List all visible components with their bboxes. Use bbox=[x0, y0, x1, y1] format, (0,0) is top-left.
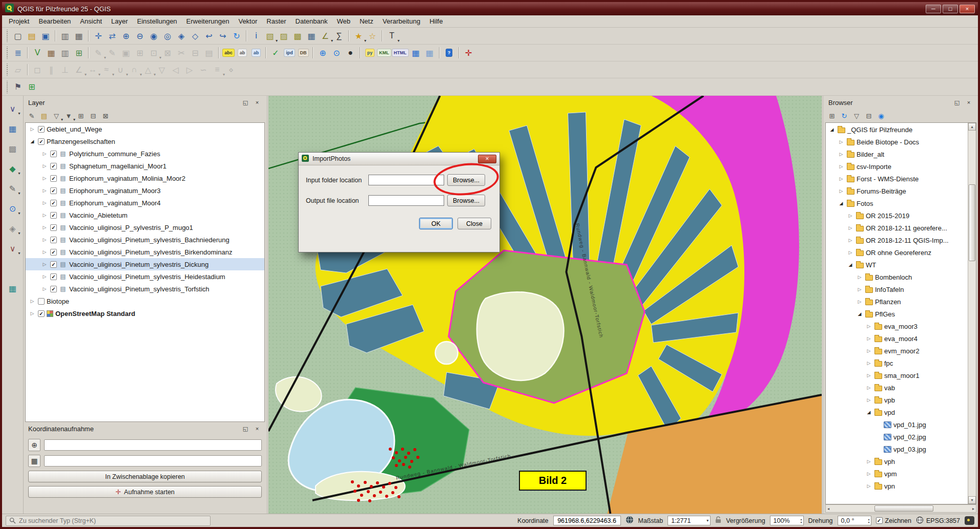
pattern-fill-tool[interactable]: ▩ bbox=[6, 142, 19, 155]
minimize-button[interactable]: ─ bbox=[926, 5, 941, 13]
expander-icon[interactable] bbox=[41, 237, 48, 242]
perpendicular-constraint[interactable]: ⊥ bbox=[58, 63, 72, 76]
layer-visibility-checkbox[interactable] bbox=[50, 151, 57, 157]
expander-icon[interactable] bbox=[41, 225, 48, 230]
spin-down-icon[interactable]: ▾ bbox=[868, 521, 870, 524]
distance-constraint[interactable]: ↔ bbox=[86, 63, 99, 76]
close-button[interactable]: × bbox=[960, 5, 975, 13]
text-annotation[interactable]: T bbox=[385, 29, 399, 43]
attribute-grid[interactable]: ▦ bbox=[409, 46, 423, 59]
georeferencer[interactable]: ⊞ bbox=[72, 46, 86, 59]
browser-tree-item[interactable]: OR 2018-12-11 georefere... bbox=[826, 222, 967, 234]
expander-icon[interactable] bbox=[865, 410, 872, 415]
expander-icon[interactable] bbox=[41, 151, 48, 156]
vector-digitize-tool[interactable]: ∨ bbox=[6, 102, 19, 115]
zoom-full[interactable]: ◎ bbox=[161, 29, 174, 43]
expander-icon[interactable] bbox=[29, 139, 36, 144]
statistics[interactable]: ∑ bbox=[332, 29, 346, 43]
move-label[interactable]: ab bbox=[249, 46, 263, 59]
new-print-layout[interactable]: ▥ bbox=[58, 29, 72, 43]
measure[interactable]: ∠ bbox=[319, 29, 332, 43]
zoom-in[interactable]: ⊕ bbox=[119, 29, 133, 43]
scroll-up-icon[interactable]: ▴ bbox=[968, 123, 976, 131]
current-edits[interactable]: ✎ bbox=[92, 46, 105, 59]
add-selected-layers[interactable]: ⊞ bbox=[826, 110, 838, 121]
expander-icon[interactable] bbox=[847, 250, 854, 255]
expander-icon[interactable] bbox=[41, 274, 48, 279]
refresh-browser[interactable]: ↻ bbox=[839, 110, 850, 121]
vertex-tool[interactable]: ⊡ bbox=[147, 46, 160, 59]
zoom-next[interactable]: ↪ bbox=[216, 29, 230, 43]
menu-item[interactable]: Layer bbox=[107, 16, 133, 27]
dialog-close-button[interactable]: × bbox=[478, 155, 496, 163]
expander-icon[interactable] bbox=[838, 164, 845, 169]
identify-features[interactable]: i bbox=[249, 29, 263, 43]
filter-by-expression[interactable]: ▼ bbox=[63, 110, 74, 121]
copy-features[interactable]: ⊟ bbox=[189, 46, 202, 59]
browser-tree-item[interactable]: vpm bbox=[826, 468, 967, 480]
layout-manager[interactable]: ▦ bbox=[72, 29, 86, 43]
layer-visibility-checkbox[interactable] bbox=[50, 187, 57, 194]
expander-icon[interactable] bbox=[865, 385, 872, 390]
help[interactable]: ? bbox=[443, 46, 456, 59]
expander-icon[interactable] bbox=[29, 126, 36, 132]
browser-tree-item[interactable]: sma_moor1 bbox=[826, 369, 967, 382]
browser-tree-item[interactable]: Pflanzen bbox=[826, 295, 967, 308]
expander-icon[interactable] bbox=[29, 311, 36, 316]
menu-item[interactable]: Verarbeitung bbox=[378, 16, 425, 27]
zoom-to-layer[interactable]: ◇ bbox=[189, 29, 202, 43]
import-photos[interactable]: ⚑ bbox=[11, 80, 25, 94]
expander-icon[interactable] bbox=[41, 176, 48, 181]
expander-icon[interactable] bbox=[838, 188, 845, 194]
browser-tree-item[interactable]: _QGIS für Pilzfreunde bbox=[826, 123, 967, 136]
layer-tree-item[interactable]: Eriophorum_vaginatum_Moor4 bbox=[26, 197, 264, 209]
menu-item[interactable]: Raster bbox=[262, 16, 290, 27]
flip-tool[interactable]: ▽ bbox=[155, 63, 169, 76]
coordinate-value[interactable] bbox=[557, 517, 617, 524]
browser-tree-item[interactable]: vpd_01.jpg bbox=[826, 418, 967, 431]
expander-icon[interactable] bbox=[838, 139, 845, 144]
pin-labels[interactable]: ab bbox=[236, 46, 249, 59]
expander-icon[interactable] bbox=[41, 249, 48, 255]
layer-tree-item[interactable]: Vaccinio_uliginosi_Pinetum_sylvestris_He… bbox=[26, 270, 264, 283]
browser-tree-item[interactable]: Forst - WMS-Dienste bbox=[826, 173, 967, 185]
toggle-editing[interactable]: ✎ bbox=[106, 46, 119, 59]
vertical-scrollbar[interactable]: ▴ ▾ bbox=[968, 123, 976, 504]
start-capture-button[interactable]: ✛ Aufnahme starten bbox=[28, 486, 262, 498]
expander-icon[interactable] bbox=[865, 459, 872, 464]
float-panel-icon[interactable]: ◱ bbox=[241, 98, 250, 107]
browser-tree-item[interactable]: csv-Importe bbox=[826, 160, 967, 173]
delete-selected[interactable]: ⊠ bbox=[161, 46, 174, 59]
filter-legend[interactable]: ▽ bbox=[51, 110, 62, 121]
layer-visibility-checkbox[interactable] bbox=[38, 126, 45, 133]
expander-icon[interactable] bbox=[847, 213, 854, 218]
coordinate-display[interactable] bbox=[553, 516, 621, 525]
menu-item[interactable]: Hilfe bbox=[425, 16, 447, 27]
chevron-down-icon[interactable]: ▾ bbox=[706, 518, 708, 523]
expand-all[interactable]: ⊞ bbox=[75, 110, 87, 121]
remove-layer[interactable]: ⊠ bbox=[100, 110, 111, 121]
search-input[interactable] bbox=[19, 517, 207, 524]
close-panel-icon[interactable]: × bbox=[964, 98, 973, 107]
new-bookmark[interactable]: ☆ bbox=[366, 29, 379, 43]
snap-to-common-angles[interactable]: ≈ bbox=[100, 63, 113, 76]
browse-input-button[interactable]: Browse... bbox=[447, 174, 485, 186]
layer-visibility-checkbox[interactable] bbox=[38, 138, 45, 145]
crs-button[interactable]: EPSG:3857 bbox=[916, 516, 960, 525]
layer-tree-item[interactable]: Vaccinio_uliginosi_P_sylvestris_P_mugo1 bbox=[26, 221, 264, 234]
data-source-manager[interactable]: ≣ bbox=[11, 46, 25, 59]
browser-tree-item[interactable]: Bombenloch bbox=[826, 271, 967, 283]
browser-tree-item[interactable]: vpn bbox=[826, 480, 967, 492]
filter-browser[interactable]: ▽ bbox=[851, 110, 862, 121]
expander-icon[interactable] bbox=[847, 225, 854, 230]
layer-visibility-checkbox[interactable] bbox=[50, 286, 57, 292]
geo-search[interactable]: ⊙ bbox=[330, 46, 343, 59]
layer-tree-item[interactable]: OpenStreetMap Standard bbox=[26, 307, 264, 320]
copy-to-clipboard-button[interactable]: In Zwischenablage kopieren bbox=[28, 471, 262, 482]
add-feature[interactable]: ⊞ bbox=[133, 46, 147, 59]
layer-visibility-checkbox[interactable] bbox=[38, 310, 45, 317]
layer-tree-item[interactable]: Vaccinio_uliginosi_Pinetum_sylvestris_To… bbox=[26, 283, 264, 295]
collapse-all[interactable]: ⊟ bbox=[88, 110, 99, 121]
layer-visibility-checkbox[interactable] bbox=[50, 175, 57, 182]
browser-tree-item[interactable]: OR 2015-2019 bbox=[826, 209, 967, 222]
